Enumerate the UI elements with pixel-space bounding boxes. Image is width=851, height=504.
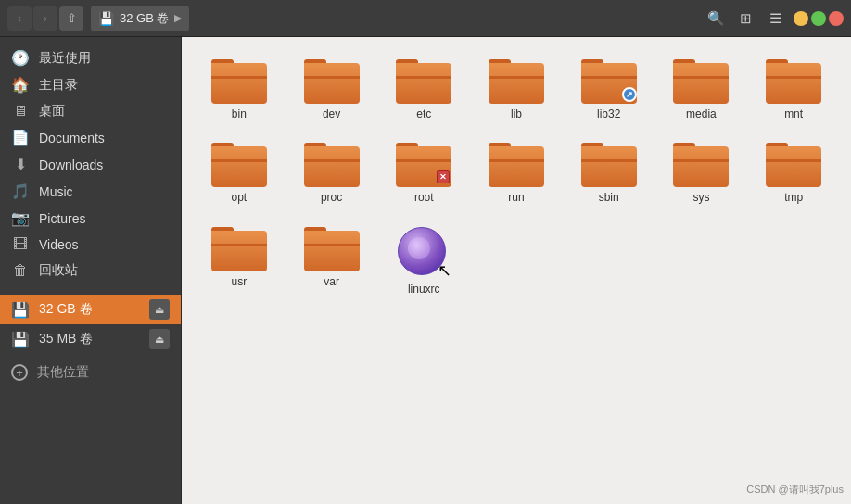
titlebar: ‹ › ⇧ 💾 32 GB 卷 ▶ 🔍 ⊞ ☰ − + ✕	[0, 0, 851, 37]
file-name-opt: opt	[232, 191, 248, 204]
videos-icon: 🎞	[11, 236, 30, 253]
file-name-linuxrc: linuxrc	[408, 283, 440, 296]
sidebar-item-videos[interactable]: 🎞 Videos	[0, 232, 181, 258]
file-name-sbin: sbin	[599, 191, 619, 204]
file-item-sys[interactable]: sys	[659, 135, 744, 211]
folder-icon-root: ✕	[396, 143, 451, 187]
folder-icon-var	[304, 227, 360, 271]
sidebar-label-home: 主目录	[39, 77, 170, 94]
folder-icon-etc	[396, 59, 451, 104]
sidebar-label-trash: 回收站	[39, 262, 170, 279]
file-item-run[interactable]: run	[474, 135, 559, 211]
file-item-lib[interactable]: lib	[474, 52, 559, 128]
pictures-icon: 📷	[11, 209, 30, 227]
file-name-lib: lib	[511, 107, 522, 120]
sidebar-item-downloads[interactable]: ⬇ Downloads	[0, 151, 181, 178]
sidebar-item-drive32[interactable]: 💾 32 GB 卷 ⏏	[0, 295, 181, 324]
minimize-button[interactable]: −	[794, 11, 808, 26]
file-item-proc[interactable]: proc	[289, 135, 375, 211]
menu-button[interactable]: ☰	[762, 6, 788, 32]
file-name-dev: dev	[323, 107, 340, 120]
sidebar-label-videos: Videos	[39, 237, 170, 252]
sidebar-label-drive32: 32 GB 卷	[39, 301, 140, 318]
folder-icon-mnt	[766, 59, 821, 104]
window-controls: − + ✕	[794, 11, 844, 26]
file-name-usr: usr	[232, 275, 248, 288]
folder-icon-sys	[673, 143, 729, 187]
sidebar-item-other-locations[interactable]: + 其他位置	[0, 359, 181, 385]
folder-icon-tmp	[766, 143, 821, 187]
file-item-usr[interactable]: usr	[197, 220, 282, 303]
sidebar-label-drive35: 35 MB 卷	[39, 331, 140, 347]
file-item-mnt[interactable]: mnt	[751, 52, 836, 128]
drive32-icon: 💾	[11, 301, 30, 319]
file-item-dev[interactable]: dev	[289, 52, 375, 128]
sidebar-label-documents: Documents	[39, 131, 170, 145]
folder-icon-sbin	[581, 143, 637, 187]
sidebar-label-downloads: Downloads	[39, 158, 170, 172]
sidebar-label-other-locations: 其他位置	[37, 364, 89, 381]
lock-badge-root: ✕	[437, 170, 450, 183]
file-area: bindevetclib↗lib32mediamntoptproc✕rootru…	[182, 37, 851, 504]
file-name-media: media	[686, 107, 717, 120]
trash-icon: 🗑	[11, 262, 30, 279]
file-item-bin[interactable]: bin	[197, 52, 282, 128]
file-name-tmp: tmp	[784, 191, 803, 204]
folder-icon-media	[673, 59, 729, 104]
folder-icon-proc	[304, 143, 360, 187]
back-button[interactable]: ‹	[7, 6, 32, 31]
sidebar-label-recent: 最近使用	[39, 50, 170, 67]
sidebar-item-drive35[interactable]: 💾 35 MB 卷 ⏏	[0, 324, 181, 354]
file-item-linuxrc[interactable]: ↖linuxrc	[381, 220, 466, 303]
sidebar-item-home[interactable]: 🏠 主目录	[0, 71, 181, 98]
search-button[interactable]: 🔍	[703, 6, 729, 32]
sidebar-label-pictures: Pictures	[39, 211, 170, 226]
file-name-var: var	[324, 275, 339, 288]
home-icon: 🏠	[11, 76, 30, 94]
folder-icon-lib32: ↗	[581, 59, 637, 104]
view-toggle-button[interactable]: ⊞	[732, 6, 758, 32]
sidebar-item-music[interactable]: 🎵 Music	[0, 178, 181, 205]
maximize-button[interactable]: +	[811, 11, 826, 26]
documents-icon: 📄	[11, 129, 30, 146]
file-name-sys: sys	[692, 191, 709, 204]
music-icon: 🎵	[11, 183, 30, 200]
folder-icon-dev	[304, 59, 360, 104]
sidebar-item-documents[interactable]: 📄 Documents	[0, 124, 181, 151]
sidebar-item-desktop[interactable]: 🖥 桌面	[0, 98, 181, 124]
file-item-tmp[interactable]: tmp	[751, 135, 836, 211]
folder-icon-opt	[211, 143, 267, 187]
folder-icon-lib	[489, 59, 544, 104]
close-button[interactable]: ✕	[829, 11, 844, 26]
sidebar-item-pictures[interactable]: 📷 Pictures	[0, 205, 181, 232]
folder-icon-bin	[211, 59, 267, 104]
up-button[interactable]: ⇧	[59, 6, 83, 31]
location-bar[interactable]: 💾 32 GB 卷 ▶	[91, 6, 189, 32]
file-item-lib32[interactable]: ↗lib32	[566, 52, 652, 128]
file-item-root[interactable]: ✕root	[381, 135, 466, 211]
file-name-mnt: mnt	[784, 107, 803, 120]
add-location-icon: +	[11, 364, 28, 381]
file-item-media[interactable]: media	[659, 52, 744, 128]
eject-drive35-button[interactable]: ⏏	[149, 329, 170, 349]
drive-icon: 💾	[98, 11, 114, 26]
main-content: 🕐 最近使用 🏠 主目录 🖥 桌面 📄 Documents ⬇ Download…	[0, 37, 851, 504]
sidebar: 🕐 最近使用 🏠 主目录 🖥 桌面 📄 Documents ⬇ Download…	[0, 37, 182, 504]
file-item-var[interactable]: var	[289, 220, 375, 303]
eject-drive32-button[interactable]: ⏏	[149, 299, 170, 320]
location-arrow: ▶	[174, 12, 182, 24]
location-text: 32 GB 卷	[120, 10, 169, 27]
folder-icon-run	[489, 143, 544, 187]
file-item-opt[interactable]: opt	[197, 135, 282, 211]
folder-icon-usr	[211, 227, 267, 271]
recent-icon: 🕐	[11, 49, 30, 67]
titlebar-actions: 🔍 ⊞ ☰	[703, 6, 788, 32]
desktop-icon: 🖥	[11, 103, 30, 120]
sidebar-item-trash[interactable]: 🗑 回收站	[0, 258, 181, 284]
sidebar-item-recent[interactable]: 🕐 最近使用	[0, 44, 181, 71]
forward-button[interactable]: ›	[33, 6, 57, 31]
file-item-etc[interactable]: etc	[381, 52, 466, 128]
file-name-etc: etc	[416, 107, 431, 120]
file-name-run: run	[508, 191, 524, 204]
file-item-sbin[interactable]: sbin	[566, 135, 652, 211]
